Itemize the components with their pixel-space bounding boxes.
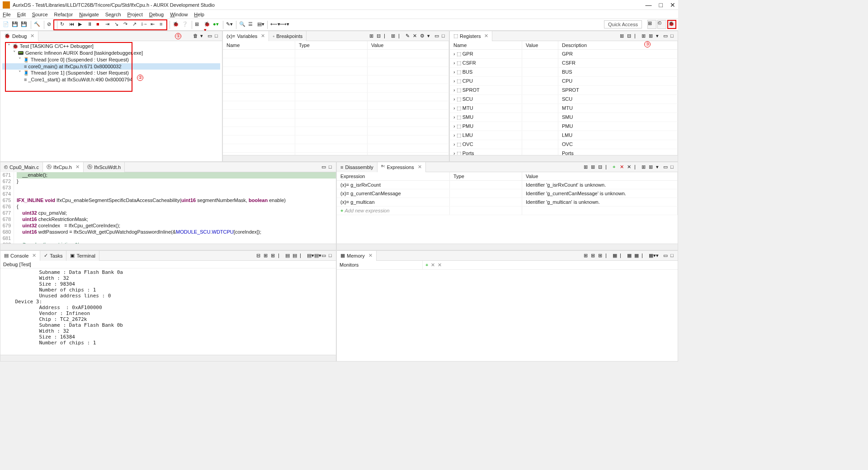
help-icon[interactable]: ❔ [182, 21, 189, 28]
step-filters-icon[interactable]: ≡ [160, 21, 167, 28]
register-row[interactable]: › ⬚ SCUSCU [450, 95, 678, 104]
drop-to-frame-icon[interactable]: ⇤ [151, 21, 158, 28]
skip-breakpoints-icon[interactable]: ⊘ [47, 21, 54, 28]
col-value[interactable]: Value [368, 41, 449, 49]
tab-disassembly[interactable]: ≡ Disassembly [337, 162, 377, 172]
cpp-perspective-icon[interactable]: © [657, 20, 666, 29]
reg-col-desc[interactable]: Description [558, 41, 678, 49]
debug-perspective-icon[interactable]: 🐞 [667, 20, 676, 29]
tab-variables[interactable]: (x)= Variables ✕ [223, 31, 269, 41]
add-expression-row[interactable]: + Add new expression [337, 207, 678, 215]
disconnect-icon[interactable]: ⇥ [105, 21, 113, 28]
save-icon[interactable]: 💾 [12, 21, 19, 28]
register-row[interactable]: › ⬚ CPUCPU [450, 77, 678, 86]
step-over-icon[interactable]: ↷ [123, 21, 131, 28]
register-row[interactable]: › ⬚ CSFRCSFR [450, 59, 678, 68]
menu-window[interactable]: Window [170, 12, 188, 17]
minimize-view-icon[interactable]: ▭ [208, 33, 214, 39]
col-type[interactable]: Type [295, 41, 368, 49]
registers-body[interactable]: › ⬚ GPRGPR› ⬚ CSFRCSFR› ⬚ BUSBUS› ⬚ CPUC… [450, 50, 678, 155]
register-row[interactable]: › ⬚ BUSBUS [450, 68, 678, 77]
outline-icon[interactable]: ☰ [248, 21, 255, 28]
collapse-all-icon[interactable]: ⊟ [377, 33, 383, 39]
instruction-step-icon[interactable]: i→ [142, 21, 149, 28]
tab-terminal[interactable]: ▣ Terminal [66, 251, 99, 261]
menu-project[interactable]: Project [127, 12, 143, 17]
expression-row[interactable]: (x)= g_isrRxCountIdentifier 'g_isrRxCoun… [337, 181, 678, 189]
register-row[interactable]: › ⬚ LMULMU [450, 131, 678, 140]
tab-ifxscuwdt[interactable]: ⓗ IfxScuWdt.h [84, 162, 125, 172]
annotation-3: ③ [644, 41, 651, 47]
tab-debug[interactable]: 🐞 Debug ✕ [0, 31, 38, 41]
reg-col-name[interactable]: Name [450, 41, 522, 49]
tab-expressions[interactable]: ᴮᶜ Expressions ✕ [377, 162, 426, 172]
open-perspective-icon[interactable]: ⊞ [647, 20, 656, 29]
restart-icon[interactable]: ↻ [60, 21, 67, 28]
menu-edit[interactable]: Edit [17, 12, 26, 17]
expressions-body[interactable]: (x)= g_isrRxCountIdentifier 'g_isrRxCoun… [337, 181, 678, 244]
debug-launch-icon[interactable]: 🐞 [173, 21, 180, 28]
register-row[interactable]: › ⬚ PMUPMU [450, 122, 678, 131]
search-icon[interactable]: 🔍 [239, 21, 246, 28]
step-into-icon[interactable]: ↘ [114, 21, 122, 28]
register-row[interactable]: › ⬚ SPROTSPROT [450, 86, 678, 95]
minimize-button[interactable]: — [646, 1, 652, 9]
register-row[interactable]: › ⬚ SMUSMU [450, 113, 678, 122]
run-icon[interactable]: ●▾ [213, 21, 220, 28]
quick-access[interactable]: Quick Access [604, 20, 642, 28]
tab-breakpoints[interactable]: ◦ Breakpoints [269, 31, 307, 41]
pencil-icon[interactable]: ✎▾ [226, 21, 233, 28]
code-body[interactable]: __enable();}IFX_INLINE void IfxCpu_enabl… [14, 172, 336, 244]
build-icon[interactable]: 🔨 [34, 21, 41, 28]
maximize-view-icon[interactable]: □ [215, 33, 221, 39]
remove-monitor-icon[interactable]: ✕ [431, 262, 435, 268]
new-icon[interactable]: 📄 [3, 21, 10, 28]
back-icon[interactable]: ⟵▾ [270, 21, 278, 28]
menu-file[interactable]: File [3, 12, 11, 17]
step-return-icon[interactable]: ↗ [132, 21, 140, 28]
tab-registers[interactable]: ⬚ Registers ✕ [450, 31, 492, 41]
register-row[interactable]: › ⬚ MTUMTU [450, 104, 678, 113]
forward-icon[interactable]: ⟶▾ [279, 21, 287, 28]
menu-source[interactable]: Source [32, 12, 48, 17]
maximize-button[interactable]: □ [659, 1, 663, 9]
register-row[interactable]: › ⬚ GPRGPR [450, 50, 678, 59]
menu-navigate[interactable]: Navigate [79, 12, 99, 17]
runlaunch-icon[interactable]: 🐞▾ [204, 21, 211, 28]
variable-toggle-icon[interactable]: ⊞ [195, 21, 202, 28]
expression-row[interactable]: (x)= g_multicanIdentifier 'g_multican' i… [337, 198, 678, 207]
menu-help[interactable]: Help [194, 12, 204, 17]
console-output[interactable]: Subname : Data Flash Bank 0a Width : 32 … [0, 268, 336, 355]
expression-row[interactable]: (x)= g_currentCanMessageIdentifier 'g_cu… [337, 189, 678, 198]
add-monitor-icon[interactable]: + [425, 262, 428, 268]
stack-frame-core1[interactable]: ≡ _Core1_start() at IfxScuWdt.h:490 0x80… [2, 76, 220, 83]
menu-refactor[interactable]: Refactor [54, 12, 73, 17]
reg-col-value[interactable]: Value [522, 41, 558, 49]
expr-col-type[interactable]: Type [450, 172, 522, 180]
suspend-icon[interactable]: ⏸ [87, 21, 94, 28]
col-name[interactable]: Name [223, 41, 295, 49]
save-all-icon[interactable]: 💾 [21, 21, 28, 28]
resume-icon[interactable]: ▶ [78, 21, 85, 28]
close-button[interactable]: ✕ [670, 1, 675, 9]
menu-debug[interactable]: Debug [149, 12, 164, 17]
tab-memory[interactable]: ▦ Memory ✕ [337, 251, 377, 261]
toggle-icon[interactable]: ▤▾ [257, 21, 264, 28]
expr-col-expr[interactable]: Expression [337, 172, 450, 180]
tab-console[interactable]: ▤ Console ✕ [0, 251, 40, 261]
tab-cpu0main[interactable]: © Cpu0_Main.c [0, 162, 43, 172]
stack-frame-core0[interactable]: ≡ core0_main() at IfxCpu.h:671 0x8000003… [2, 63, 220, 70]
menu-search[interactable]: Search [105, 12, 121, 17]
resume-reverse-icon[interactable]: ⏮ [69, 21, 76, 28]
tab-tasks[interactable]: ✓ Tasks [40, 251, 66, 261]
debug-tree[interactable]: ˅🐞 Test [TASKING C/C++ Debugger] ˅📟 Gene… [0, 41, 222, 85]
window-title: AurixDS - Test/Libraries/iLLD/TC26B/Tric… [13, 2, 646, 8]
register-row[interactable]: › ⬚ OVCOVC [450, 140, 678, 149]
remove-terminated-icon[interactable]: 🗑 [193, 33, 199, 39]
show-type-icon[interactable]: ⊞ [369, 33, 376, 39]
remove-all-monitors-icon[interactable]: ✕ [438, 262, 442, 268]
register-row[interactable]: › ⬚ PortsPorts [450, 149, 678, 155]
tab-ifxcpu[interactable]: ⓗ IfxCpu.h ✕ [43, 162, 84, 172]
expr-col-value[interactable]: Value [522, 172, 678, 180]
terminate-icon[interactable]: ■ [96, 21, 104, 28]
